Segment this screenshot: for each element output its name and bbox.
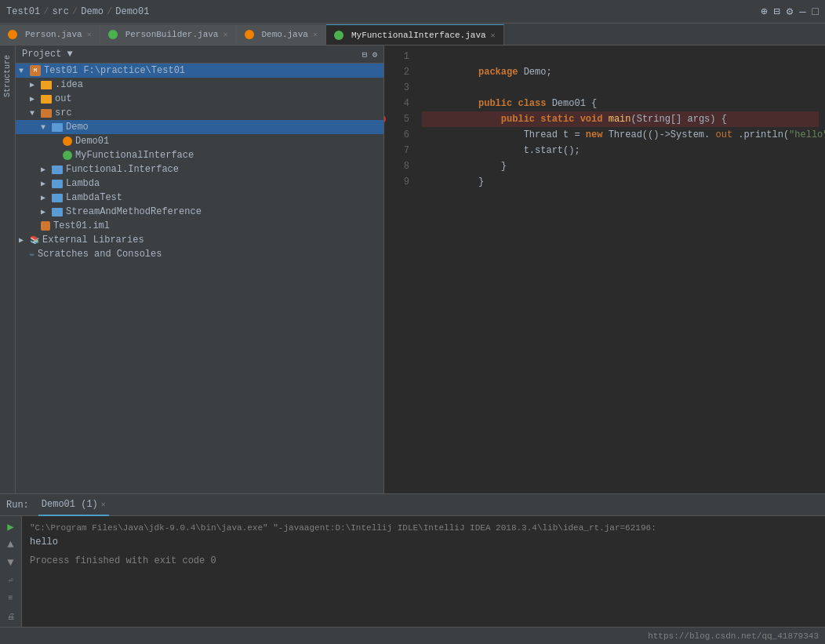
tree-arrow-out: ▶ [30, 94, 39, 104]
left-tab-strip: Structure [0, 45, 16, 493]
tree-item-idea[interactable]: ▶ .idea [16, 78, 383, 92]
run-up-btn[interactable]: ▲ [2, 537, 20, 552]
tree-label-out: out [55, 93, 72, 104]
bottom-panel: Run: Demo01 (1) ✕ ▶ ▲ ▼ ⏎ ≡ 🖨 "C:\Progra… [0, 493, 825, 627]
run-down-btn[interactable]: ▼ [2, 555, 20, 570]
tree-arrow-lambdatest: ▶ [41, 193, 50, 202]
tab-label-person: Person.java [25, 30, 82, 39]
tab-label-personbuilder: PersonBuilder.java [125, 30, 219, 39]
folder-icon-src [41, 109, 52, 118]
tree-item-scratches[interactable]: ✏ Scratches and Consoles [16, 247, 383, 261]
tree-label-ext: External Libraries [42, 235, 144, 246]
line-num-3: ▶ 3 [391, 80, 409, 96]
ext-libraries-icon: 📚 [30, 235, 39, 245]
tree-arrow-ext: ▶ [19, 235, 28, 245]
tab-personbuilder-java[interactable]: PersonBuilder.java ✕ [100, 24, 237, 45]
tree-item-out[interactable]: ▶ out [16, 92, 383, 106]
status-bar: https://blog.csdn.net/qq_41879343 [0, 627, 825, 644]
sidebar-header: Project ▼ ⊟ ⚙ [16, 45, 383, 64]
tab-close-demo[interactable]: ✕ [313, 30, 318, 39]
sidebar-settings-icon[interactable]: ⚙ [372, 49, 377, 60]
tree-arrow-samr: ▶ [41, 207, 50, 216]
breadcrumb-src: src [52, 6, 69, 17]
tree-label-fi: Functional.Interface [66, 164, 179, 175]
tree-arrow-idea: ▶ [30, 80, 39, 89]
run-wrap-btn[interactable]: ⏎ [2, 573, 20, 588]
tree-label-demo01: Demo01 [75, 136, 109, 147]
tree-arrow-test01: ▼ [19, 67, 28, 75]
tree-item-lambdatest[interactable]: ▶ LambdaTest [16, 191, 383, 205]
tree-item-myfunctionalinterface[interactable]: MyFunctionalInterface [16, 148, 383, 162]
run-cmd-line: "C:\Program Files\Java\jdk-9.0.4\bin\jav… [30, 521, 817, 535]
tree-item-functional-interface[interactable]: ▶ Functional.Interface [16, 162, 383, 176]
folder-icon-fi [52, 166, 63, 174]
tree-arrow-demo: ▼ [41, 123, 50, 132]
tree-arrow-src: ▼ [30, 109, 39, 118]
folder-icon-lambda [52, 180, 63, 188]
tree-item-lambda[interactable]: ▶ Lambda [16, 176, 383, 191]
structure-tab-btn[interactable]: Structure [2, 52, 13, 100]
breadcrumb: Test01 / src / Demo / Demo01 [6, 6, 149, 17]
tree-arrow-demo01 [52, 137, 61, 146]
code-line-3: public class Demo01 { [422, 80, 819, 96]
code-lines[interactable]: package Demo; public class Demo01 { publ… [416, 49, 825, 490]
gear-icon[interactable]: ⚙ [787, 5, 793, 18]
editor-area: 1 2 ▶ 3 ▶ 4 5 6 7 8 9 [384, 45, 825, 493]
java-icon-demo01 [63, 136, 72, 146]
run-tab-label: Run: [6, 500, 29, 511]
tree-label-lambda: Lambda [66, 178, 100, 189]
tree-label-mfi: MyFunctionalInterface [75, 150, 194, 161]
tree-label-iml: Test01.iml [53, 220, 110, 231]
folder-icon-lambdatest [52, 194, 63, 202]
tree-item-demo[interactable]: ▼ Demo [16, 120, 383, 134]
bottom-content: ▶ ▲ ▼ ⏎ ≡ 🖨 "C:\Program Files\Java\jdk-9… [0, 516, 825, 627]
top-bar: Test01 / src / Demo / Demo01 ⊕ ⊟ ⚙ — □ [0, 0, 825, 24]
folder-icon-idea [41, 81, 52, 89]
tab-person-java[interactable]: Person.java ✕ [0, 24, 100, 45]
expand-icon[interactable]: □ [812, 5, 819, 18]
tree-item-external-libraries[interactable]: ▶ 📚 External Libraries [16, 233, 383, 247]
tree-label-samr: StreamAndMethodReference [66, 206, 202, 217]
tab-close-myfunctionalinterface[interactable]: ✕ [491, 31, 496, 40]
line-numbers: 1 2 ▶ 3 ▶ 4 5 6 7 8 9 [384, 49, 416, 490]
java-icon-mfi [63, 151, 72, 160]
tab-close-personbuilder[interactable]: ✕ [223, 30, 227, 39]
run-sidebar: ▶ ▲ ▼ ⏎ ≡ 🖨 [0, 516, 22, 627]
sidebar-header-actions: ⊟ ⚙ [362, 49, 377, 60]
tree-item-demo01[interactable]: Demo01 [16, 134, 383, 148]
tree-item-streamandmethodref[interactable]: ▶ StreamAndMethodReference [16, 205, 383, 219]
minus-icon[interactable]: — [799, 5, 805, 18]
status-bar-url: https://blog.csdn.net/qq_41879343 [648, 631, 819, 641]
tab-close-person[interactable]: ✕ [87, 30, 92, 39]
folder-icon-demo [52, 123, 63, 132]
tree-label-test01: Test01 F:\practice\Test01 [44, 65, 185, 76]
tree-item-test01-iml[interactable]: Test01.iml [16, 219, 383, 233]
run-tab-demo01[interactable]: Demo01 (1) ✕ [38, 494, 109, 516]
tab-myfunctionalinterface-java[interactable]: MyFunctionalInterface.java ✕ [326, 24, 504, 45]
run-output-hello: hello [30, 535, 817, 549]
tab-demo-java[interactable]: Demo.java ✕ [237, 24, 326, 45]
run-print-btn[interactable]: 🖨 [2, 609, 20, 624]
sidebar-content: ▼ M Test01 F:\practice\Test01 ▶ .idea ▶ … [16, 64, 383, 493]
folder-icon-samr [52, 208, 63, 216]
split-icon[interactable]: ⊟ [773, 5, 780, 18]
tree-label-demo: Demo [66, 122, 89, 133]
line-num-7: 7 [391, 143, 409, 158]
module-icon-test01: M [30, 65, 41, 76]
tree-arrow-mfi [52, 151, 61, 160]
sidebar-collapse-icon[interactable]: ⊟ [362, 49, 368, 60]
run-filter-btn[interactable]: ≡ [2, 591, 20, 606]
run-play-btn[interactable]: ▶ [2, 519, 20, 534]
line-num-1: 1 [391, 49, 409, 64]
tree-arrow-lambda: ▶ [41, 179, 50, 188]
sidebar: Project ▼ ⊟ ⚙ ▼ M Test01 F:\practice\Tes… [16, 45, 384, 493]
tree-item-test01[interactable]: ▼ M Test01 F:\practice\Test01 [16, 64, 383, 78]
tree-label-lambdatest: LambdaTest [66, 192, 122, 203]
globe-icon[interactable]: ⊕ [761, 5, 767, 18]
tab-icon-myfunctionalinterface [334, 31, 343, 40]
bottom-tabs: Run: Demo01 (1) ✕ [0, 494, 825, 516]
line-num-8: 8 [391, 158, 409, 174]
run-tab-close[interactable]: ✕ [101, 500, 106, 509]
tree-item-src[interactable]: ▼ src [16, 106, 383, 120]
editor-content[interactable]: 1 2 ▶ 3 ▶ 4 5 6 7 8 9 [384, 45, 825, 493]
